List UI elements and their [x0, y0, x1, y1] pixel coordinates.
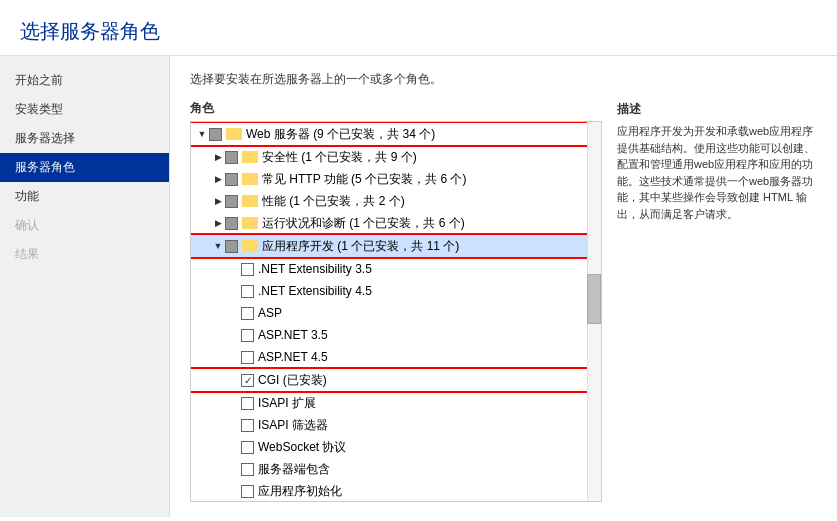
tree-row-asp[interactable]: ASP — [191, 302, 601, 324]
tree-label-health: 运行状况和诊断 (1 个已安装，共 6 个) — [262, 215, 465, 232]
sidebar-item-confirm: 确认 — [0, 211, 169, 240]
checkbox-server-side[interactable] — [241, 463, 254, 476]
sidebar-item-server-select[interactable]: 服务器选择 — [0, 124, 169, 153]
expand-icon-appdev[interactable]: ▼ — [211, 239, 225, 253]
expand-spacer-app-init — [227, 484, 241, 498]
tree-label-net45: .NET Extensibility 4.5 — [258, 284, 372, 298]
checkbox-websocket[interactable] — [241, 441, 254, 454]
content-area: 选择要安装在所选服务器上的一个或多个角色。 角色 ▼ Web 服务器 (9 个已… — [170, 56, 837, 517]
checkbox-aspnet45[interactable] — [241, 351, 254, 364]
tree-label-asp: ASP — [258, 306, 282, 320]
tree-label-isapi-filter: ISAPI 筛选器 — [258, 417, 328, 434]
expand-spacer-cgi — [227, 373, 241, 387]
folder-icon-web-server — [226, 128, 242, 140]
tree-row-aspnet45[interactable]: ASP.NET 4.5 — [191, 346, 601, 368]
roles-col-header: 角色 — [190, 100, 602, 117]
expand-spacer-net35 — [227, 262, 241, 276]
tree-row-health[interactable]: ▶ 运行状况和诊断 (1 个已安装，共 6 个) — [191, 212, 601, 234]
expand-spacer-isapi-ext — [227, 396, 241, 410]
scrollbar-track[interactable] — [587, 122, 601, 501]
tree-row-net35[interactable]: .NET Extensibility 3.5 — [191, 258, 601, 280]
folder-icon-security — [242, 151, 258, 163]
page-title: 选择服务器角色 — [0, 0, 837, 56]
expand-icon-perf[interactable]: ▶ — [211, 194, 225, 208]
tree-label-cgi: CGI (已安装) — [258, 372, 327, 389]
desc-title: 描述 — [617, 100, 817, 118]
checkbox-health[interactable] — [225, 217, 238, 230]
expand-spacer-asp — [227, 306, 241, 320]
tree-label-security: 安全性 (1 个已安装，共 9 个) — [262, 149, 417, 166]
folder-icon-perf — [242, 195, 258, 207]
tree-label-app-init: 应用程序初始化 — [258, 483, 342, 500]
tree-row-cgi[interactable]: ✓ CGI (已安装) — [191, 369, 601, 391]
sidebar-item-install-type[interactable]: 安装类型 — [0, 95, 169, 124]
description-text: 选择要安装在所选服务器上的一个或多个角色。 — [190, 71, 817, 88]
folder-icon-appdev — [242, 240, 258, 252]
scrollbar-thumb[interactable] — [587, 274, 601, 324]
desc-content: 应用程序开发为开发和承载web应用程序提供基础结构。使用这些功能可以创建、配置和… — [617, 123, 817, 222]
expand-icon-web-server[interactable]: ▼ — [195, 127, 209, 141]
checkbox-web-server[interactable] — [209, 128, 222, 141]
checkbox-net45[interactable] — [241, 285, 254, 298]
tree-row-net45[interactable]: .NET Extensibility 4.5 — [191, 280, 601, 302]
sidebar-item-server-roles[interactable]: 服务器角色 — [0, 153, 169, 182]
tree-row-http[interactable]: ▶ 常见 HTTP 功能 (5 个已安装，共 6 个) — [191, 168, 601, 190]
expand-spacer-aspnet45 — [227, 350, 241, 364]
folder-icon-health — [242, 217, 258, 229]
tree-label-appdev: 应用程序开发 (1 个已安装，共 11 个) — [262, 238, 459, 255]
sidebar-item-features[interactable]: 功能 — [0, 182, 169, 211]
sidebar-item-start[interactable]: 开始之前 — [0, 66, 169, 95]
tree-label-net35: .NET Extensibility 3.5 — [258, 262, 372, 276]
tree-row-perf[interactable]: ▶ 性能 (1 个已安装，共 2 个) — [191, 190, 601, 212]
checkbox-perf[interactable] — [225, 195, 238, 208]
checkbox-isapi-ext[interactable] — [241, 397, 254, 410]
checkbox-appdev[interactable] — [225, 240, 238, 253]
checkbox-app-init[interactable] — [241, 485, 254, 498]
expand-spacer-server-side — [227, 462, 241, 476]
checkbox-aspnet35[interactable] — [241, 329, 254, 342]
tree-row-app-init[interactable]: 应用程序初始化 — [191, 480, 601, 502]
tree-row-web-server[interactable]: ▼ Web 服务器 (9 个已安装，共 34 个) — [191, 123, 601, 145]
expand-spacer-websocket — [227, 440, 241, 454]
expand-icon-health[interactable]: ▶ — [211, 216, 225, 230]
tree-label-http: 常见 HTTP 功能 (5 个已安装，共 6 个) — [262, 171, 466, 188]
checkbox-security[interactable] — [225, 151, 238, 164]
tree-label-aspnet45: ASP.NET 4.5 — [258, 350, 328, 364]
tree-label-websocket: WebSocket 协议 — [258, 439, 346, 456]
tree-row-security[interactable]: ▶ 安全性 (1 个已安装，共 9 个) — [191, 146, 601, 168]
tree-row-server-side[interactable]: 服务器端包含 — [191, 458, 601, 480]
tree-row-isapi-filter[interactable]: ISAPI 筛选器 — [191, 414, 601, 436]
sidebar: 开始之前 安装类型 服务器选择 服务器角色 功能 确认 结果 — [0, 56, 170, 517]
tree-row-appdev[interactable]: ▼ 应用程序开发 (1 个已安装，共 11 个) — [191, 235, 601, 257]
roles-panel[interactable]: ▼ Web 服务器 (9 个已安装，共 34 个) ▶ 安全性 (1 个已安装，… — [190, 121, 602, 502]
expand-icon-http[interactable]: ▶ — [211, 172, 225, 186]
checkbox-http[interactable] — [225, 173, 238, 186]
expand-spacer-aspnet35 — [227, 328, 241, 342]
tree-label-aspnet35: ASP.NET 3.5 — [258, 328, 328, 342]
checkbox-net35[interactable] — [241, 263, 254, 276]
checkbox-cgi[interactable]: ✓ — [241, 374, 254, 387]
checkbox-isapi-filter[interactable] — [241, 419, 254, 432]
tree-label-isapi-ext: ISAPI 扩展 — [258, 395, 316, 412]
tree-row-aspnet35[interactable]: ASP.NET 3.5 — [191, 324, 601, 346]
expand-spacer-isapi-filter — [227, 418, 241, 432]
desc-panel: 描述 应用程序开发为开发和承载web应用程序提供基础结构。使用这些功能可以创建、… — [617, 100, 817, 502]
tree-label-web-server: Web 服务器 (9 个已安装，共 34 个) — [246, 126, 435, 143]
checkbox-asp[interactable] — [241, 307, 254, 320]
tree-row-isapi-ext[interactable]: ISAPI 扩展 — [191, 392, 601, 414]
expand-spacer-net45 — [227, 284, 241, 298]
tree-label-perf: 性能 (1 个已安装，共 2 个) — [262, 193, 405, 210]
tree-row-websocket[interactable]: WebSocket 协议 — [191, 436, 601, 458]
sidebar-item-results: 结果 — [0, 240, 169, 269]
tree-label-server-side: 服务器端包含 — [258, 461, 330, 478]
expand-icon-security[interactable]: ▶ — [211, 150, 225, 164]
folder-icon-http — [242, 173, 258, 185]
